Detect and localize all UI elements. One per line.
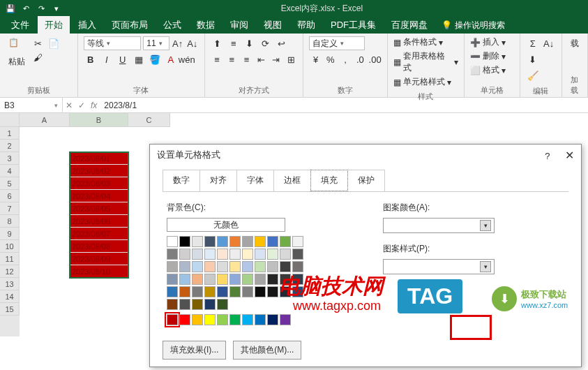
standard-color-swatch[interactable] (229, 314, 241, 325)
dlg-tab-font[interactable]: 字体 (236, 170, 274, 191)
color-swatch[interactable] (179, 274, 190, 285)
row-header-3[interactable]: 3 (0, 152, 20, 165)
tab-review[interactable]: 审阅 (223, 16, 255, 34)
color-swatch[interactable] (229, 236, 241, 247)
color-swatch[interactable] (167, 299, 178, 310)
indent-decrease-icon[interactable]: ⇤ (255, 52, 268, 66)
autosum-icon[interactable]: Σ (526, 36, 540, 50)
color-swatch[interactable] (280, 261, 291, 272)
dlg-tab-border[interactable]: 边框 (273, 170, 311, 191)
color-swatch[interactable] (204, 286, 216, 297)
color-swatch[interactable] (267, 286, 278, 297)
dlg-tab-protect[interactable]: 保护 (347, 170, 385, 191)
row-header-15[interactable]: 15 (0, 303, 20, 316)
color-swatch[interactable] (217, 286, 228, 297)
sort-filter-icon[interactable]: A↓ (542, 36, 556, 50)
row-header-13[interactable]: 13 (0, 278, 20, 290)
decrease-decimal-icon[interactable]: .00 (368, 52, 381, 66)
row-header-10[interactable]: 10 (0, 240, 20, 253)
color-swatch[interactable] (217, 299, 228, 310)
color-swatch[interactable] (267, 261, 278, 272)
color-swatch[interactable] (229, 261, 241, 272)
tab-home[interactable]: 开始 (38, 16, 70, 34)
tell-me[interactable]: 💡操作说明搜索 (442, 20, 505, 31)
phonetic-icon[interactable]: wén (180, 52, 194, 66)
color-swatch[interactable] (167, 286, 178, 297)
row-header-14[interactable]: 14 (0, 290, 20, 303)
format-painter-icon[interactable]: 🖌 (31, 50, 45, 64)
insert-cells-button[interactable]: ➕ 插入 ▾ (470, 36, 514, 48)
standard-color-swatch[interactable] (255, 314, 266, 325)
col-header-C[interactable]: C (128, 113, 170, 127)
tab-file[interactable]: 文件 (4, 16, 36, 34)
percent-icon[interactable]: % (324, 52, 337, 66)
select-all-corner[interactable] (0, 113, 20, 127)
row-header-12[interactable]: 12 (0, 265, 20, 278)
color-swatch[interactable] (217, 274, 228, 285)
color-swatch[interactable] (167, 249, 178, 260)
orientation-icon[interactable]: ⟳ (259, 36, 273, 50)
standard-color-swatch[interactable] (192, 314, 203, 325)
wrap-text-icon[interactable]: ↩ (275, 36, 289, 50)
color-swatch[interactable] (204, 274, 216, 285)
color-swatch[interactable] (255, 261, 266, 272)
row-header-6[interactable]: 6 (0, 190, 20, 202)
align-middle-icon[interactable]: ≡ (227, 36, 241, 50)
font-name-combo[interactable]: 等线▾ (84, 36, 142, 50)
color-swatch[interactable] (192, 274, 203, 285)
delete-cells-button[interactable]: ➖ 删除 ▾ (470, 50, 514, 62)
tab-pdf[interactable]: PDF工具集 (324, 16, 383, 34)
standard-color-swatch[interactable] (204, 314, 216, 325)
color-swatch[interactable] (242, 261, 253, 272)
font-color-icon[interactable]: A (164, 52, 178, 66)
bold-button[interactable]: B (84, 52, 98, 66)
align-right-icon[interactable]: ≡ (240, 52, 252, 66)
merge-icon[interactable]: ⊞ (285, 52, 297, 66)
align-top-icon[interactable]: ⬆ (211, 36, 225, 50)
row-header-4[interactable]: 4 (0, 165, 20, 177)
border-icon[interactable]: ▦ (132, 52, 146, 66)
format-table-button[interactable]: ▦ 套用表格格式 ▾ (393, 50, 458, 74)
cell-B9[interactable]: 2023/08/07 (70, 228, 128, 240)
underline-button[interactable]: U (116, 52, 130, 66)
color-swatch[interactable] (167, 236, 178, 247)
color-swatch[interactable] (255, 274, 266, 285)
color-swatch[interactable] (167, 261, 178, 272)
color-swatch[interactable] (179, 249, 190, 260)
decrease-font-icon[interactable]: A↓ (186, 36, 199, 50)
color-swatch[interactable] (192, 286, 203, 297)
no-color-button[interactable]: 无颜色 (167, 218, 285, 232)
color-swatch[interactable] (242, 236, 253, 247)
close-icon[interactable]: ✕ (565, 149, 574, 161)
color-swatch[interactable] (229, 286, 241, 297)
tab-layout[interactable]: 页面布局 (105, 16, 155, 34)
tab-insert[interactable]: 插入 (71, 16, 103, 34)
save-icon[interactable]: 💾 (6, 3, 15, 13)
row-header-1[interactable]: 1 (0, 127, 20, 140)
col-header-B[interactable]: B (70, 113, 128, 127)
color-swatch[interactable] (192, 249, 203, 260)
format-cells-button[interactable]: ⬜ 格式 ▾ (470, 64, 514, 76)
color-swatch[interactable] (292, 261, 303, 272)
pattern-color-dropdown[interactable]: ▾ (383, 218, 495, 233)
color-swatch[interactable] (280, 249, 291, 260)
color-swatch[interactable] (242, 286, 253, 297)
dlg-tab-fill[interactable]: 填充 (310, 170, 348, 191)
undo-icon[interactable]: ↶ (21, 3, 31, 13)
color-swatch[interactable] (167, 274, 178, 285)
dlg-tab-align[interactable]: 对齐 (199, 170, 237, 191)
standard-color-swatch[interactable] (267, 314, 278, 325)
increase-font-icon[interactable]: A↑ (172, 36, 184, 50)
qat-dropdown-icon[interactable]: ▾ (52, 3, 61, 13)
cut-icon[interactable]: ✂ (31, 36, 45, 50)
row-header-9[interactable]: 9 (0, 228, 20, 240)
clear-icon[interactable]: 🧹 (526, 68, 540, 82)
color-swatch[interactable] (255, 286, 266, 297)
name-box[interactable]: B3▾ (0, 98, 63, 112)
enter-icon[interactable]: ✓ (78, 101, 85, 110)
align-left-icon[interactable]: ≡ (211, 52, 223, 66)
italic-button[interactable]: I (100, 52, 114, 66)
color-swatch[interactable] (204, 236, 216, 247)
color-swatch[interactable] (179, 261, 190, 272)
color-swatch[interactable] (179, 236, 190, 247)
